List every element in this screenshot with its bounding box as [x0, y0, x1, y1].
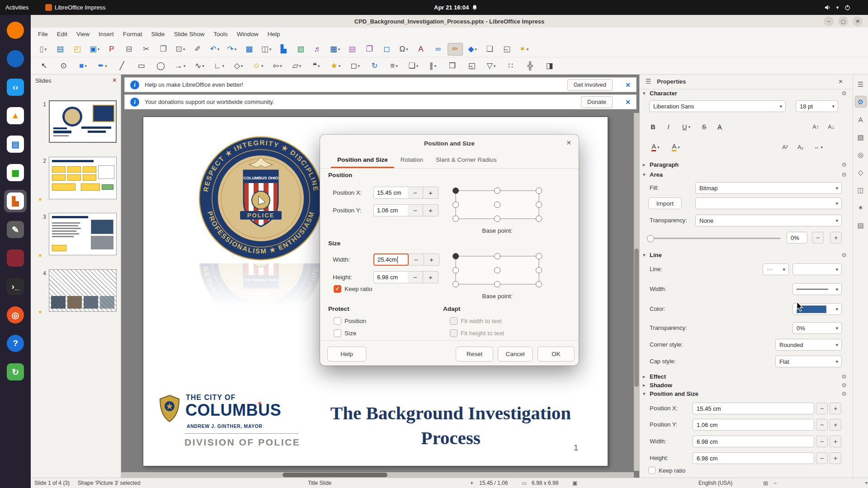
character-options-icon[interactable]	[841, 90, 847, 97]
insert-table-button[interactable]: ▦	[327, 43, 343, 56]
system-status-menu[interactable]: ▼	[821, 0, 854, 15]
paragraph-options-icon[interactable]	[841, 161, 847, 168]
menu-file[interactable]: File	[33, 28, 52, 41]
menu-slide-show[interactable]: Slide Show	[170, 28, 209, 41]
slide-thumbnail-4[interactable]	[49, 269, 117, 312]
rotate-tool[interactable]: ↻	[366, 60, 383, 72]
display-views-button[interactable]: ◫	[259, 43, 274, 56]
insert-line-tool[interactable]: ╱	[113, 60, 130, 72]
zoom-fit-icon[interactable]	[763, 478, 768, 488]
reset-button[interactable]: Reset	[456, 347, 493, 361]
copy-button[interactable]: ❐	[156, 43, 171, 56]
increase-font-size-button[interactable]: A↑	[810, 121, 822, 133]
insert-hyperlink-button[interactable]: ∞	[430, 43, 446, 56]
ok-button[interactable]: OK	[538, 347, 575, 361]
fill-color-button[interactable]: ■	[75, 60, 91, 72]
clock-menu[interactable]: Apr 21 16:04	[430, 0, 481, 15]
position-y-minus-button[interactable]	[408, 204, 423, 216]
layout-name[interactable]: Title Slide	[308, 478, 331, 488]
insert-shapes-button[interactable]: ◆	[465, 43, 480, 56]
slides-panel-close-icon[interactable]	[112, 77, 117, 84]
keep-ratio-checkbox[interactable]	[334, 285, 341, 293]
possize-options-icon[interactable]	[841, 390, 847, 397]
area-options-icon[interactable]	[841, 171, 847, 178]
libreoffice-calc-icon[interactable]: ▦	[4, 161, 27, 184]
get-involved-button[interactable]: Get involved	[567, 79, 613, 91]
close-button[interactable]: ✕	[853, 16, 863, 26]
open-button[interactable]: ◰	[70, 43, 85, 56]
protect-position-checkbox[interactable]	[334, 317, 341, 325]
sb-width-minus[interactable]	[816, 436, 828, 447]
underline-button[interactable]: U	[678, 121, 695, 133]
sidebar-close-icon[interactable]	[838, 78, 843, 85]
paste-button[interactable]: ⊡	[173, 43, 188, 56]
size-base-point-selector[interactable]	[451, 251, 543, 290]
firefox-icon[interactable]	[4, 19, 27, 42]
subscript-button[interactable]: A₂	[794, 141, 807, 153]
shadow-options-icon[interactable]	[841, 382, 847, 389]
insert-audio-video-button[interactable]: ♬	[310, 43, 326, 56]
slide-thumbnail-2[interactable]	[49, 157, 117, 199]
save-status-icon[interactable]	[572, 478, 577, 488]
infobar-close-icon[interactable]	[625, 99, 631, 106]
vertical-scrollbar[interactable]	[634, 113, 639, 471]
position-y-field[interactable]: 1.06 cm	[373, 204, 408, 216]
lines-arrows-tool[interactable]: →	[172, 60, 189, 72]
transparency-percent-field[interactable]: 0%	[787, 232, 807, 244]
dialog-close-icon[interactable]	[566, 139, 571, 146]
tab-properties[interactable]: ⚙	[855, 96, 867, 108]
filter-button[interactable]: ▽	[483, 60, 500, 72]
menu-edit[interactable]: Edit	[52, 28, 72, 41]
export-pdf-button[interactable]: P	[104, 43, 119, 56]
font-color-button[interactable]: A	[647, 141, 664, 153]
transparency-plus-button[interactable]	[830, 232, 842, 244]
zoom-in-button[interactable]	[865, 478, 868, 488]
section-shadow-header[interactable]: Shadow	[640, 381, 853, 390]
new-document-button[interactable]: ▯	[35, 43, 51, 56]
text-shadow-button[interactable]: A	[713, 121, 726, 133]
section-paragraph-header[interactable]: Paragraph	[640, 160, 853, 169]
bold-button[interactable]: B	[647, 121, 659, 133]
help-icon[interactable]: ?	[4, 332, 27, 355]
animation-button[interactable]: ✶	[516, 43, 532, 56]
position-base-point-selector[interactable]	[451, 185, 543, 224]
superscript-button[interactable]: A²	[779, 141, 791, 153]
print-button[interactable]: ⊟	[121, 43, 137, 56]
sidebar-settings-icon[interactable]: ☰	[855, 78, 867, 90]
sb-width-plus[interactable]	[830, 436, 841, 447]
menu-view[interactable]: View	[72, 28, 94, 41]
symbol-shapes-tool[interactable]: ☺	[250, 60, 266, 72]
tab-slide-transition[interactable]: ◫	[855, 184, 867, 196]
libreoffice-impress-icon[interactable]: ▙	[4, 190, 27, 212]
block-arrows-tool[interactable]: ⇦	[269, 60, 286, 72]
zoom-pan-tool[interactable]: ⊙	[55, 60, 72, 72]
height-minus-button[interactable]	[408, 271, 423, 283]
distribute-button[interactable]: ∥	[425, 60, 441, 72]
font-name-combo[interactable]: Liberation Sans	[649, 100, 786, 112]
line-style-combo[interactable]	[793, 263, 842, 275]
tab-slant-corner-radius[interactable]: Slant & Corner Radius	[429, 153, 503, 168]
crop-image-button[interactable]: ◱	[463, 60, 480, 72]
section-area-header[interactable]: Area	[640, 170, 853, 179]
insert-text-box-button[interactable]: A	[413, 43, 429, 56]
effect-options-icon[interactable]	[841, 373, 847, 380]
tab-gallery[interactable]: ▧	[855, 131, 867, 143]
tab-rotation[interactable]: Rotation	[394, 153, 429, 168]
vertical-scrollbar-thumb[interactable]	[634, 249, 639, 387]
arrange-objects-button[interactable]: ❏	[405, 60, 422, 72]
stars-banners-tool[interactable]: ★	[327, 60, 344, 72]
sb-height-field[interactable]: 6.98 cm	[693, 452, 814, 464]
minimize-button[interactable]: −	[824, 16, 834, 26]
menu-help[interactable]: Help	[263, 28, 285, 41]
redo-button[interactable]: ↷	[224, 43, 240, 56]
flowchart-shapes-tool[interactable]: ▱	[288, 60, 305, 72]
sb-position-x-field[interactable]: 15.45 cm	[693, 403, 814, 414]
fit-width-checkbox[interactable]	[450, 317, 458, 325]
3d-objects-tool[interactable]: ◻	[347, 60, 363, 72]
software-updater-icon[interactable]: ↻	[4, 361, 27, 383]
width-field[interactable]: 25.4cm	[373, 253, 409, 266]
import-button[interactable]: Import	[648, 197, 682, 209]
badge-image[interactable]: RESPECT ★ INTEGRITY ★ DISCIPLINE PROFESS…	[198, 135, 324, 262]
highlighting-color-button[interactable]: A	[667, 141, 684, 153]
slide-thumbnail-1[interactable]	[49, 100, 117, 143]
